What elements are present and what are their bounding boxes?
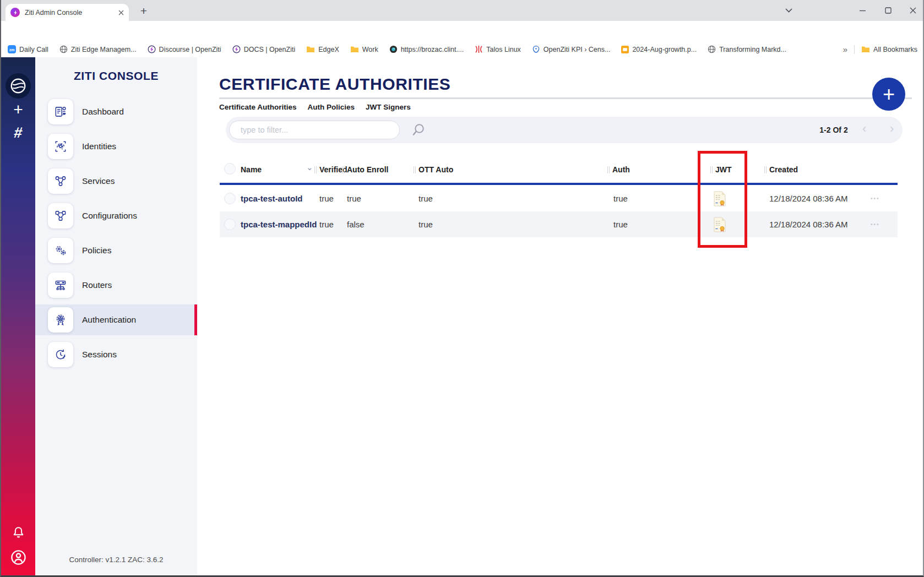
bookmarks-overflow-icon[interactable]: » bbox=[843, 45, 847, 54]
all-bookmarks-button[interactable]: All Bookmarks bbox=[861, 46, 917, 53]
column-header-auto-enroll[interactable]: Auto Enroll bbox=[347, 165, 388, 174]
app-title: ZITI CONSOLE bbox=[35, 69, 197, 83]
sidebar-item-configurations[interactable]: Configurations bbox=[35, 200, 197, 231]
bookmark-openziti-kpi[interactable]: OpenZiti KPI › Cens... bbox=[532, 45, 611, 53]
rail-hash-icon[interactable]: # bbox=[0, 124, 36, 141]
openziti-bolt-icon bbox=[148, 45, 156, 53]
sidebar-item-label: Services bbox=[82, 176, 115, 186]
bookmark-brozac[interactable]: https://brozac.clint.... bbox=[389, 45, 464, 53]
cell-auth: true bbox=[613, 211, 628, 237]
tab-certificate-authorities[interactable]: Certificate Authorities bbox=[219, 103, 297, 111]
tab-auth-policies[interactable]: Auth Policies bbox=[308, 103, 355, 111]
title-divider bbox=[219, 97, 912, 99]
sidebar-item-label: Routers bbox=[82, 280, 112, 290]
window-minimize-button[interactable] bbox=[856, 5, 868, 16]
bookmark-docs-openziti[interactable]: DOCS | OpenZiti bbox=[232, 45, 296, 53]
pagination-label: 1-2 Of 2 bbox=[811, 126, 857, 134]
bookmark-talos-linux[interactable]: Talos Linux bbox=[475, 45, 521, 53]
cell-name[interactable]: tpca-test-mappedId bbox=[241, 211, 317, 237]
app-rail: + # bbox=[1, 57, 35, 575]
sidebar-item-label: Authentication bbox=[82, 315, 136, 325]
bookmarks-divider bbox=[854, 45, 855, 54]
sort-chevron-icon[interactable]: ⌄ bbox=[306, 162, 313, 172]
tab-jwt-signers[interactable]: JWT Signers bbox=[366, 103, 411, 111]
cell-verified: true bbox=[319, 211, 334, 237]
ziggy-icon bbox=[532, 45, 540, 53]
configurations-icon bbox=[48, 203, 73, 228]
globe-icon bbox=[708, 45, 716, 53]
dashboard-icon bbox=[48, 99, 73, 124]
cell-created: 12/18/2024 08:36 AM bbox=[769, 186, 848, 211]
column-header-name[interactable]: Name bbox=[241, 165, 262, 174]
select-all-checkbox[interactable] bbox=[224, 163, 236, 175]
sidebar-item-routers[interactable]: Routers bbox=[35, 270, 197, 301]
window-maximize-button[interactable] bbox=[882, 5, 894, 16]
cell-auto-enroll: true bbox=[347, 186, 361, 211]
bookmark-ziti-edge[interactable]: Ziti Edge Managem... bbox=[59, 45, 137, 53]
bookmark-folder-work[interactable]: Work bbox=[350, 46, 378, 53]
bookmark-transforming-markdown[interactable]: Transforming Markd... bbox=[708, 45, 786, 53]
notifications-bell-icon[interactable] bbox=[12, 525, 25, 540]
bookmark-discourse-openziti[interactable]: Discourse | OpenZiti bbox=[148, 45, 221, 53]
browser-toolbar: https://ctrl.cdaws.clint.demo.openziti.o… bbox=[1, 21, 923, 41]
tab-close-icon[interactable] bbox=[118, 10, 124, 15]
cell-name[interactable]: tpca-test-autoId bbox=[241, 186, 303, 211]
folder-icon bbox=[861, 46, 870, 53]
sidebar-item-label: Policies bbox=[82, 246, 111, 255]
titlebar: Ziti Admin Console + bbox=[1, 0, 923, 21]
talos-icon bbox=[475, 45, 483, 53]
new-tab-button[interactable]: + bbox=[135, 3, 152, 19]
bookmarks-bar: zm Daily Call Ziti Edge Managem... Disco… bbox=[1, 41, 923, 57]
sidebar-item-policies[interactable]: Policies bbox=[35, 235, 197, 266]
table-row[interactable]: tpca-test-mappedId true false true true … bbox=[220, 211, 898, 237]
sidebar-item-label: Dashboard bbox=[82, 107, 124, 117]
bookmark-2024-aug-growth[interactable]: 2024-Aug-growth.p... bbox=[621, 46, 697, 53]
column-header-auth[interactable]: Auth bbox=[612, 165, 630, 174]
table-row[interactable]: tpca-test-autoId true true true true 12/… bbox=[220, 186, 898, 211]
sidebar-item-label: Identities bbox=[82, 141, 116, 151]
cell-auth: true bbox=[613, 186, 628, 211]
filter-bar: 1-2 Of 2 ‹ › bbox=[226, 117, 903, 143]
window-close-button[interactable] bbox=[907, 5, 919, 16]
main-content: CERTIFICATE AUTHORITIES Certificate Auth… bbox=[197, 57, 923, 575]
folder-icon bbox=[306, 46, 315, 53]
page-title: CERTIFICATE AUTHORITIES bbox=[219, 75, 450, 94]
subtabs: Certificate Authorities Auth Policies JW… bbox=[219, 103, 411, 111]
ziti-logo[interactable] bbox=[6, 73, 31, 99]
zac-app: + # ZITI CONSOLE Dashboard Id bbox=[1, 57, 923, 575]
row-menu-icon[interactable]: ••• bbox=[871, 186, 880, 211]
row-checkbox[interactable] bbox=[224, 219, 236, 230]
bookmark-daily-call[interactable]: zm Daily Call bbox=[8, 45, 48, 53]
tab-search-icon[interactable] bbox=[782, 5, 795, 16]
authentication-medal-icon bbox=[48, 307, 73, 333]
sidebar-item-label: Configurations bbox=[82, 211, 137, 221]
tab-title: Ziti Admin Console bbox=[25, 9, 118, 17]
rail-add-icon[interactable]: + bbox=[1, 100, 35, 119]
row-menu-icon[interactable]: ••• bbox=[871, 211, 880, 237]
sidebar-item-identities[interactable]: Identities bbox=[35, 131, 197, 162]
pagination-next-icon[interactable]: › bbox=[890, 122, 894, 136]
search-icon[interactable] bbox=[411, 123, 425, 137]
row-checkbox[interactable] bbox=[224, 193, 236, 204]
user-profile-icon[interactable] bbox=[10, 549, 26, 565]
cell-ott-auto: true bbox=[418, 211, 433, 237]
bookmark-folder-edgex[interactable]: EdgeX bbox=[306, 46, 339, 53]
pagination-prev-icon[interactable]: ‹ bbox=[862, 122, 866, 136]
sidebar-item-authentication[interactable]: Authentication bbox=[35, 304, 197, 335]
column-header-ott-auto[interactable]: OTT Auto bbox=[418, 165, 453, 174]
sessions-clock-icon bbox=[48, 342, 73, 367]
sidebar-item-sessions[interactable]: Sessions bbox=[35, 339, 197, 370]
browser-window: Ziti Admin Console + bbox=[0, 0, 924, 577]
zoom-icon: zm bbox=[8, 45, 16, 53]
filter-input[interactable] bbox=[229, 121, 400, 139]
sidebar-item-dashboard[interactable]: Dashboard bbox=[35, 96, 197, 127]
ziti-favicon bbox=[10, 8, 20, 17]
sidebar-item-services[interactable]: Services bbox=[35, 166, 197, 197]
add-certificate-authority-button[interactable]: + bbox=[872, 78, 905, 111]
column-header-created[interactable]: Created bbox=[769, 165, 798, 174]
policies-icon bbox=[48, 238, 73, 263]
fingerprint-icon bbox=[48, 134, 73, 159]
jwt-column-annotation-box bbox=[698, 151, 747, 248]
cell-ott-auto: true bbox=[418, 186, 433, 211]
browser-tab[interactable]: Ziti Admin Console bbox=[6, 4, 129, 21]
